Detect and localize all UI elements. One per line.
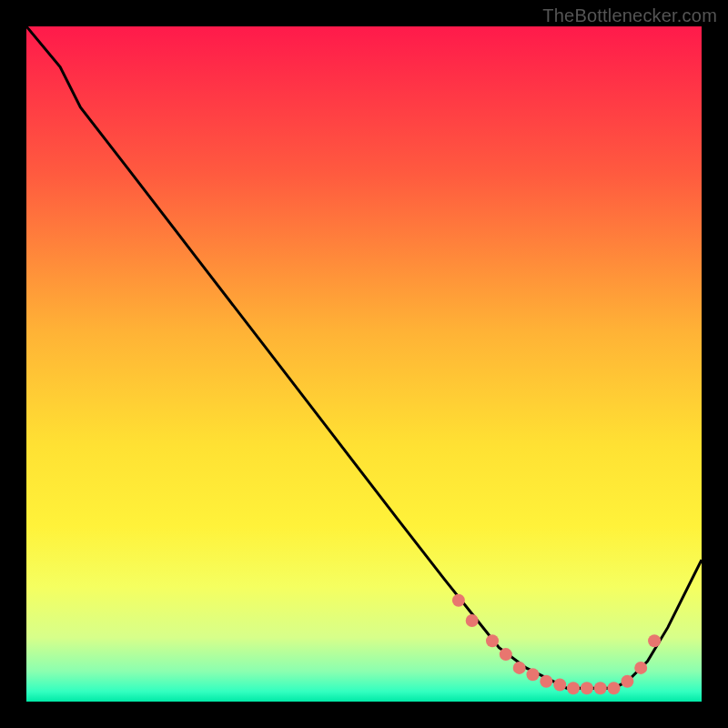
highlight-dot [486,634,499,647]
stage: TheBottlenecker.com [0,0,728,728]
highlight-dot [567,682,580,694]
highlight-dot [452,594,465,607]
plot-area [26,26,702,702]
highlight-dot [621,675,633,688]
highlight-dot [540,675,552,688]
highlight-dot [527,668,540,681]
attribution-text: TheBottlenecker.com [542,5,717,26]
highlight-dot [581,682,593,694]
highlight-dot [513,662,526,674]
highlight-dot [648,634,661,647]
highlight-dot [500,648,512,661]
highlight-dot [608,682,621,694]
highlight-dot [553,679,566,692]
highlight-dot [634,662,647,674]
chart-svg [26,26,702,702]
gradient-background [26,26,702,702]
highlight-dot [466,614,479,627]
highlight-dot [594,682,607,694]
